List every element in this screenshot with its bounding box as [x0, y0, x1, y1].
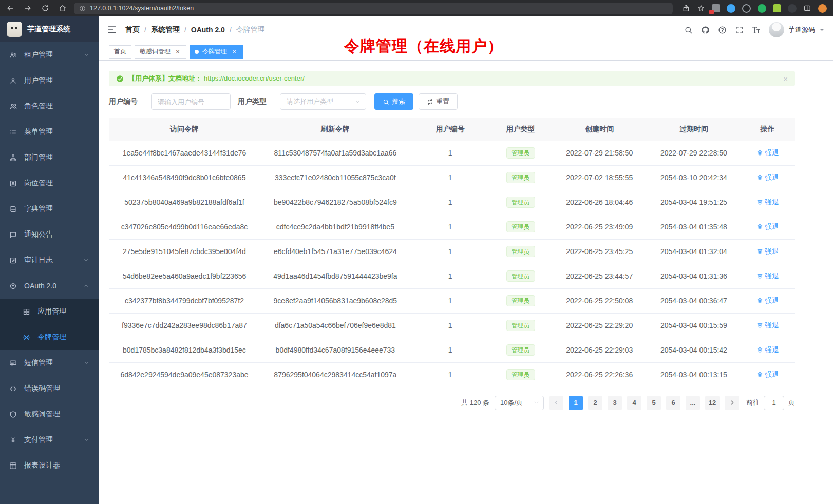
- sidebar-item-sensitive-word[interactable]: 敏感词管理: [0, 401, 99, 427]
- user-id-input[interactable]: [151, 93, 231, 110]
- tab-sensitive-word[interactable]: 敏感词管理×: [135, 45, 186, 59]
- force-logout-button[interactable]: 强退: [756, 222, 779, 231]
- breadcrumb-item[interactable]: 系统管理: [151, 25, 180, 34]
- force-logout-button[interactable]: 强退: [756, 345, 779, 355]
- user-type-tag: 管理员: [506, 197, 535, 208]
- tab-close-icon[interactable]: ×: [231, 48, 238, 55]
- app-logo[interactable]: 芋道管理系统: [0, 16, 99, 42]
- force-logout-button[interactable]: 强退: [756, 148, 779, 158]
- fullscreen-icon[interactable]: [735, 26, 744, 34]
- sidebar-item-pay[interactable]: 支付管理: [0, 427, 99, 453]
- next-page-button[interactable]: [725, 396, 739, 410]
- sidebar-item-oauth2[interactable]: OAuth 2.0: [0, 273, 99, 299]
- sidebar-item-dict[interactable]: 字典管理: [0, 196, 99, 222]
- user-menu-caret-icon[interactable]: [819, 27, 825, 33]
- sidebar-collapse-button[interactable]: [107, 25, 117, 35]
- page-button[interactable]: 6: [666, 396, 680, 410]
- help-icon[interactable]: [718, 26, 727, 34]
- created-at-cell: 2022-07-02 18:55:55: [552, 165, 648, 190]
- force-logout-button[interactable]: 强退: [756, 296, 779, 305]
- bookmark-star-icon[interactable]: [697, 4, 705, 12]
- force-logout-button[interactable]: 强退: [756, 247, 779, 256]
- breadcrumb-item[interactable]: OAuth 2.0: [191, 26, 225, 34]
- user-avatar[interactable]: [769, 22, 784, 37]
- extension-green-icon[interactable]: [758, 4, 766, 13]
- sidebar-item-oauth2-app[interactable]: 应用管理: [0, 299, 99, 324]
- extension-blue-icon[interactable]: [727, 4, 735, 13]
- sidebar-item-sms[interactable]: 短信管理: [0, 350, 99, 376]
- tab-label: 令牌管理: [202, 47, 227, 56]
- breadcrumb-item[interactable]: 首页: [125, 25, 140, 34]
- sidebar-item-oauth2-token[interactable]: 令牌管理: [0, 324, 99, 350]
- sidebar-item-audit-log[interactable]: 审计日志: [0, 247, 99, 273]
- created-at-cell: 2022-06-25 22:26:36: [552, 362, 648, 387]
- errorcode-icon: [9, 385, 17, 393]
- page-button[interactable]: 5: [647, 396, 661, 410]
- trash-icon: [756, 346, 763, 353]
- extension-pin-icon[interactable]: [788, 4, 797, 13]
- sidebar-item-role[interactable]: 角色管理: [0, 93, 99, 119]
- url-bar[interactable]: 127.0.0.1:1024/system/oauth2/token: [74, 3, 673, 14]
- logo-avatar-image: [7, 22, 22, 37]
- user-type-cell: 管理员: [489, 288, 551, 313]
- prev-page-button[interactable]: [549, 396, 563, 410]
- sidebar-item-menu[interactable]: 菜单管理: [0, 119, 99, 145]
- sidebar-item-report-designer[interactable]: 报表设计器: [0, 453, 99, 478]
- home-icon[interactable]: [59, 4, 67, 12]
- force-logout-button[interactable]: 强退: [756, 198, 779, 207]
- user-type-select[interactable]: 请选择用户类型: [280, 93, 366, 110]
- action-cell: 强退: [740, 190, 795, 215]
- page-size-select[interactable]: 10条/页: [495, 396, 544, 410]
- menu-icon: [9, 128, 17, 136]
- expires-at-cell: 2054-03-04 01:35:48: [648, 215, 740, 239]
- page-button[interactable]: 3: [608, 396, 622, 410]
- alert-close-icon[interactable]: ×: [783, 74, 788, 83]
- search-button[interactable]: 搜索: [374, 93, 413, 110]
- page-more-button[interactable]: ...: [686, 396, 700, 410]
- tab-label: 敏感词管理: [140, 47, 171, 56]
- force-logout-button[interactable]: 强退: [756, 173, 779, 182]
- sidebar-item-notice[interactable]: 通知公告: [0, 222, 99, 247]
- reset-button[interactable]: 重置: [419, 93, 458, 110]
- page-button[interactable]: 2: [588, 396, 602, 410]
- sidebar-item-label: 部门管理: [24, 153, 53, 162]
- trash-icon: [756, 149, 763, 156]
- share-icon[interactable]: [682, 4, 690, 12]
- page-button[interactable]: 1: [569, 396, 583, 410]
- trash-icon: [756, 273, 763, 279]
- extension-badge-icon[interactable]: [712, 4, 720, 12]
- tab-home[interactable]: 首页: [109, 45, 131, 59]
- force-logout-button[interactable]: 强退: [756, 272, 779, 281]
- dict-icon: [9, 205, 17, 213]
- forward-icon[interactable]: [24, 4, 32, 12]
- force-logout-button[interactable]: 强退: [756, 370, 779, 379]
- trash-icon: [756, 248, 763, 255]
- search-icon[interactable]: [684, 26, 693, 34]
- extensions-puzzle-icon[interactable]: [773, 4, 781, 12]
- refresh-token-cell: cdfc4ce9c2da4bb1bdf21b9918ff4be5: [260, 215, 411, 239]
- sidebar-item-dept[interactable]: 部门管理: [0, 145, 99, 170]
- user-type-cell: 管理员: [489, 264, 551, 288]
- access-token-cell: 6d842e2924594de9a09e45e087323abe: [109, 362, 260, 387]
- sidebar-item-user[interactable]: 用户管理: [0, 68, 99, 93]
- token-icon: [23, 334, 30, 341]
- page-button[interactable]: 4: [627, 396, 641, 410]
- doc-link[interactable]: https://doc.iocoder.cn/user-center/: [204, 74, 305, 82]
- site-info-icon[interactable]: [79, 5, 86, 12]
- sidebar-item-post[interactable]: 岗位管理: [0, 170, 99, 196]
- font-size-icon[interactable]: [752, 26, 761, 34]
- github-icon[interactable]: [701, 26, 710, 34]
- force-logout-button[interactable]: 强退: [756, 321, 779, 330]
- tab-close-icon[interactable]: ×: [174, 48, 181, 55]
- username[interactable]: 芋道源码: [788, 25, 815, 34]
- reload-icon[interactable]: [41, 4, 49, 12]
- sidebar-item-tenant[interactable]: 租户管理: [0, 42, 99, 68]
- split-view-icon[interactable]: [803, 4, 811, 12]
- extension-dark-icon[interactable]: [742, 4, 751, 13]
- sidebar-item-error-code[interactable]: 错误码管理: [0, 376, 99, 401]
- browser-profile-avatar[interactable]: [818, 4, 827, 13]
- goto-page-input[interactable]: [764, 396, 784, 410]
- page-button[interactable]: 12: [705, 396, 720, 410]
- back-icon[interactable]: [6, 4, 14, 12]
- tab-oauth2-token[interactable]: 令牌管理×: [190, 45, 243, 59]
